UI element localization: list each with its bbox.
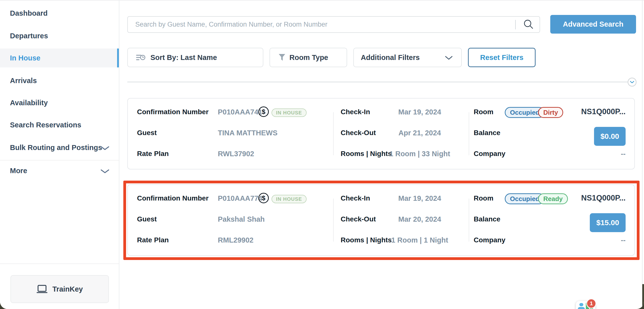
app-logo-shape	[578, 307, 585, 309]
search-input[interactable]	[127, 16, 540, 33]
card-column-divider	[469, 199, 469, 242]
confirmation-number-label: Confirmation Number	[137, 107, 208, 117]
rooms-nights-value: 1 Room | 1 Night	[382, 235, 457, 245]
additional-filters-label: Additional Filters	[361, 54, 420, 62]
balance-button[interactable]: $0.00	[594, 127, 626, 146]
laptop-icon	[36, 285, 48, 293]
check-in-value: Mar 19, 2024	[382, 193, 457, 203]
notification-badge[interactable]: 1	[586, 298, 596, 308]
guest-value: Pakshal Shah	[218, 214, 265, 224]
company-label: Company	[474, 235, 506, 245]
guest-value: TINA MATTHEWS	[218, 128, 278, 138]
sidebar-item-label: In House	[10, 54, 40, 62]
sidebar-item-label: Availability	[10, 99, 48, 107]
card-column-divider	[333, 112, 334, 155]
room-number-value: NS1Q000P...	[581, 192, 626, 204]
in-house-status-badge: IN HOUSE	[272, 195, 306, 203]
sidebar-item-label: Dashboard	[10, 9, 48, 18]
trainkey-label: TrainKey	[52, 285, 83, 293]
reservation-card[interactable]: Confirmation Number P010AAA774 $ IN HOUS…	[127, 184, 635, 256]
company-label: Company	[474, 149, 506, 159]
card-column-divider	[469, 112, 469, 155]
balance-label: Balance	[474, 128, 500, 138]
app-window: Dashboard Departures In House Arrivals A…	[0, 0, 644, 309]
app-logo-shape	[579, 303, 583, 306]
chevron-down-icon	[100, 146, 110, 151]
check-in-label: Check-In	[341, 107, 370, 117]
check-in-label: Check-In	[341, 193, 370, 203]
balance-button[interactable]: $15.00	[590, 213, 626, 232]
card-column-divider	[333, 199, 334, 242]
confirmation-number-value: P010AAA741	[218, 107, 262, 117]
sidebar-item-departures[interactable]: Departures	[0, 28, 119, 43]
sort-icon	[136, 54, 146, 62]
sidebar-divider	[0, 263, 119, 264]
sidebar-item-label: More	[10, 167, 27, 175]
sidebar-item-more[interactable]: More	[0, 163, 119, 178]
active-indicator-bar	[117, 49, 119, 67]
rate-plan-label: Rate Plan	[137, 235, 169, 245]
sort-by-label: Sort By: Last Name	[150, 54, 217, 62]
reservation-card[interactable]: Confirmation Number P010AAA741 $ IN HOUS…	[127, 98, 635, 169]
payment-dollar-icon[interactable]: $	[258, 193, 269, 203]
sort-by-button[interactable]: Sort By: Last Name	[127, 48, 263, 67]
room-label: Room	[474, 107, 493, 117]
advanced-search-button[interactable]: Advanced Search	[550, 15, 636, 34]
sidebar-item-label: Arrivals	[10, 77, 37, 85]
sidebar-item-label: Search Reservations	[10, 121, 81, 129]
guest-label: Guest	[137, 128, 157, 138]
sidebar-item-label: Bulk Routing and Postings	[10, 144, 102, 152]
housekeeping-status-pill: Dirty	[538, 107, 563, 118]
balance-label: Balance	[474, 214, 500, 224]
chevron-down-icon	[445, 56, 453, 60]
confirmation-number-value: P010AAA774	[218, 193, 262, 203]
room-type-filter-button[interactable]: Room Type	[270, 48, 347, 67]
guest-label: Guest	[137, 214, 157, 224]
sidebar-divider	[0, 160, 119, 160]
rate-plan-value: RWL37902	[218, 149, 254, 159]
funnel-icon	[278, 54, 286, 61]
company-value: --	[621, 149, 626, 159]
check-out-value: Apr 21, 2024	[382, 128, 457, 138]
rate-plan-value: RML29902	[218, 235, 253, 245]
search-icon[interactable]	[523, 19, 534, 30]
room-type-label: Room Type	[290, 54, 328, 62]
in-house-status-badge: IN HOUSE	[272, 109, 306, 117]
sidebar-item-bulk-routing[interactable]: Bulk Routing and Postings	[0, 140, 119, 155]
search-divider	[515, 20, 516, 29]
reset-filters-label: Reset Filters	[480, 54, 524, 62]
sidebar-item-availability[interactable]: Availability	[0, 95, 119, 110]
check-out-value: Mar 20, 2024	[382, 214, 457, 224]
additional-filters-dropdown[interactable]: Additional Filters	[353, 48, 462, 67]
room-number-value: NS1Q000P...	[581, 106, 626, 117]
confirmation-number-label: Confirmation Number	[137, 193, 208, 203]
window-edge-shadow	[642, 284, 644, 309]
room-label: Room	[474, 193, 493, 203]
check-out-label: Check-Out	[341, 214, 376, 224]
sidebar-item-arrivals[interactable]: Arrivals	[0, 73, 119, 88]
sidebar-item-in-house[interactable]: In House	[0, 49, 119, 67]
chevron-down-icon	[630, 81, 634, 83]
collapse-toggle-button[interactable]	[628, 78, 636, 87]
reset-filters-button[interactable]: Reset Filters	[468, 48, 536, 67]
sidebar-item-label: Departures	[10, 32, 48, 40]
company-value: --	[621, 235, 626, 245]
check-out-label: Check-Out	[341, 128, 376, 138]
chevron-down-icon	[100, 169, 110, 174]
rooms-nights-value: 1 Room | 33 Night	[382, 149, 457, 159]
sidebar-item-search-reservations[interactable]: Search Reservations	[0, 117, 119, 132]
trainkey-button[interactable]: TrainKey	[10, 275, 109, 303]
housekeeping-status-pill: Ready	[538, 193, 568, 204]
section-divider	[127, 82, 628, 82]
rate-plan-label: Rate Plan	[137, 149, 169, 159]
window-edge-line	[642, 1, 642, 309]
payment-dollar-icon[interactable]: $	[258, 107, 269, 117]
sidebar-item-dashboard[interactable]: Dashboard	[0, 6, 119, 21]
check-in-value: Mar 19, 2024	[382, 107, 457, 117]
sidebar: Dashboard Departures In House Arrivals A…	[0, 1, 119, 309]
